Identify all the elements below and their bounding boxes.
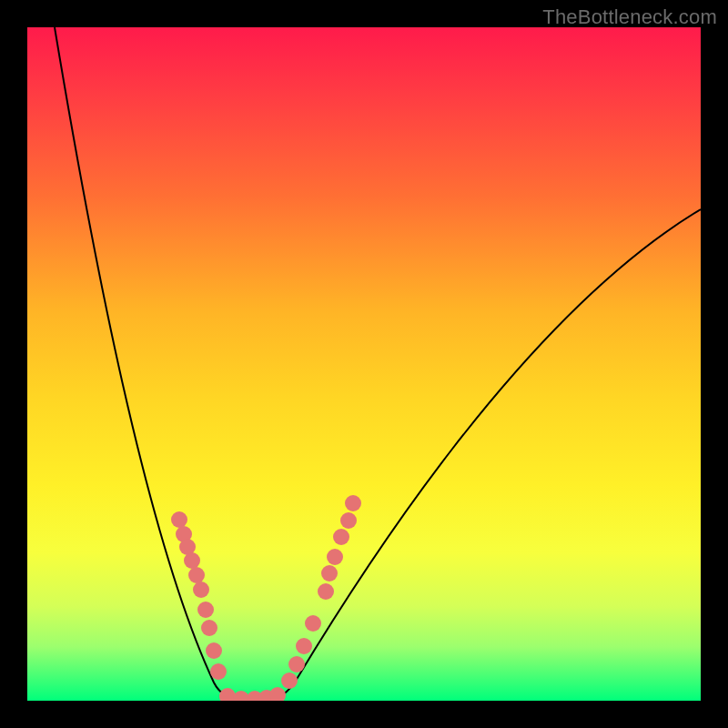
sample-bead — [188, 567, 205, 583]
watermark-text: TheBottleneck.com — [542, 5, 717, 29]
sample-bead — [288, 656, 305, 672]
sample-bead — [210, 663, 227, 680]
sample-bead — [206, 642, 222, 659]
chart-frame: TheBottleneck.com — [0, 0, 728, 728]
sample-bead — [345, 495, 361, 511]
sample-bead — [321, 565, 338, 581]
sample-bead — [269, 687, 286, 701]
sample-bead — [281, 672, 298, 689]
sample-bead — [318, 583, 334, 600]
sample-bead — [201, 620, 217, 636]
bottleneck-curve — [55, 27, 701, 701]
sample-bead — [184, 552, 200, 569]
sample-bead — [340, 512, 357, 529]
sample-bead — [333, 529, 349, 545]
plot-svg — [27, 27, 701, 701]
plot-area — [27, 27, 701, 701]
sample-bead — [197, 602, 214, 618]
sample-bead — [305, 615, 321, 632]
sample-beads-group — [171, 495, 361, 701]
sample-bead — [171, 511, 187, 528]
sample-bead — [296, 638, 312, 654]
sample-bead — [327, 549, 343, 565]
sample-bead — [193, 581, 209, 598]
